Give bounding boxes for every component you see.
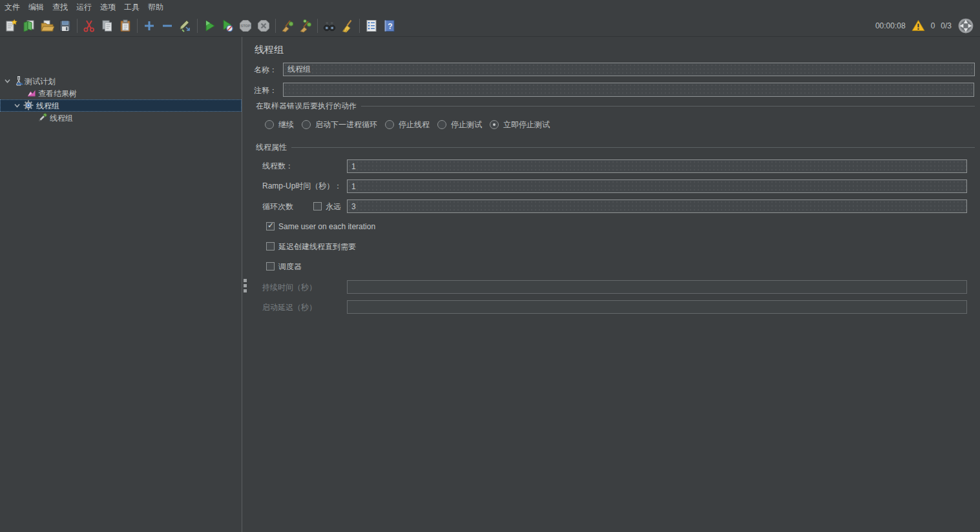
svg-text:STOP: STOP <box>240 24 250 28</box>
paste-button[interactable] <box>116 17 134 35</box>
loop-count-label: 循环次数 <box>262 202 293 212</box>
radio-selected-icon[interactable] <box>490 120 499 129</box>
shutdown-button[interactable] <box>255 17 273 35</box>
duration-input <box>347 280 967 294</box>
jmeter-window: 文件 编辑 查找 运行 选项 工具 帮助 STOP ? <box>0 0 980 532</box>
threads-label: 线程数： <box>262 161 293 171</box>
toolbar-separator <box>137 19 138 33</box>
delay-thread-creation-label: 延迟创建线程直到需要 <box>278 242 356 252</box>
radio-icon[interactable] <box>302 120 311 129</box>
test-plan-tree: 测试计划 查看结果树 线程组 线程组 <box>0 37 242 532</box>
stop-button[interactable]: STOP <box>236 17 255 35</box>
comment-input[interactable] <box>283 83 974 97</box>
toolbar: STOP ? 00:00:08 0 0/3 <box>0 15 980 37</box>
pencil-arrows-icon <box>178 19 193 33</box>
help-button[interactable]: ? <box>381 17 399 35</box>
clear-icon <box>280 19 295 33</box>
start-button[interactable] <box>200 17 218 35</box>
binoculars-icon <box>322 19 337 33</box>
same-user-checkbox[interactable] <box>266 222 275 230</box>
startup-delay-input <box>347 300 967 314</box>
menu-tools[interactable]: 工具 <box>121 0 143 15</box>
clear-button[interactable] <box>278 17 297 35</box>
warning-count: 0 <box>931 21 935 30</box>
menu-edit[interactable]: 编辑 <box>25 0 47 15</box>
menu-options[interactable]: 选项 <box>97 0 119 15</box>
loop-count-input[interactable] <box>347 200 967 213</box>
delay-thread-creation-checkbox[interactable] <box>266 242 275 251</box>
warning-icon[interactable] <box>912 19 925 32</box>
chevron-down-icon[interactable] <box>3 77 12 85</box>
status-cluster: 00:00:08 0 0/3 <box>875 17 980 34</box>
function-helper-icon <box>364 19 379 33</box>
group-border-line <box>361 106 975 107</box>
function-helper-button[interactable] <box>362 17 381 35</box>
open-file-button[interactable] <box>38 17 56 35</box>
tree-node-label: 查看结果树 <box>38 88 77 99</box>
copy-icon <box>100 19 114 33</box>
clear-search-icon <box>340 19 355 33</box>
threads-input[interactable] <box>347 159 967 173</box>
splitter-handle-icon[interactable] <box>244 279 247 292</box>
tree-node-sampler[interactable]: 线程组 <box>0 112 242 124</box>
radio-icon[interactable] <box>385 120 394 129</box>
search-button[interactable] <box>320 17 339 35</box>
tree-node-label: 线程组 <box>50 113 73 124</box>
rampup-label: Ramp-Up时间（秒）： <box>262 181 342 191</box>
templates-button[interactable] <box>20 17 38 35</box>
new-file-button[interactable] <box>2 17 20 35</box>
panel-splitter[interactable] <box>243 37 249 532</box>
start-no-timers-button[interactable] <box>218 17 236 35</box>
thread-properties-legend: 线程属性 <box>256 142 287 153</box>
clear-all-button[interactable] <box>297 17 315 35</box>
save-button[interactable] <box>56 17 74 35</box>
error-action-radios: 继续 启动下一进程循环 停止线程 停止测试 立即停止测试 <box>265 119 550 130</box>
toolbar-separator <box>275 19 276 33</box>
radio-option-continue[interactable]: 继续 <box>265 119 294 130</box>
help-icon: ? <box>382 19 397 33</box>
add-button[interactable] <box>140 17 158 35</box>
menu-run[interactable]: 运行 <box>73 0 95 15</box>
menu-help[interactable]: 帮助 <box>145 0 167 15</box>
rampup-input[interactable] <box>347 179 967 193</box>
remove-button[interactable] <box>158 17 176 35</box>
comment-label: 注释： <box>254 86 277 96</box>
radio-option-stop-test[interactable]: 停止测试 <box>437 119 482 130</box>
view-results-tree-icon <box>26 88 37 98</box>
same-user-label: Same user on each iteration <box>278 222 375 232</box>
tree-node-view-results-tree[interactable]: 查看结果树 <box>0 87 242 99</box>
radio-icon[interactable] <box>265 120 274 129</box>
stop-icon: STOP <box>238 19 253 33</box>
tree-node-thread-group[interactable]: 线程组 <box>0 99 242 112</box>
radio-option-stop-thread[interactable]: 停止线程 <box>385 119 430 130</box>
save-icon <box>58 19 72 33</box>
name-label: 名称： <box>254 65 277 75</box>
chevron-down-icon[interactable] <box>13 101 21 110</box>
startup-delay-label: 启动延迟（秒） <box>262 303 317 312</box>
forever-checkbox[interactable] <box>313 202 322 210</box>
scheduler-checkbox[interactable] <box>266 262 275 271</box>
minus-icon <box>160 19 174 33</box>
copy-button[interactable] <box>98 17 116 35</box>
error-action-group: 在取样器错误后要执行的动作 <box>256 101 975 111</box>
tree-node-label: 线程组 <box>36 101 59 112</box>
name-input[interactable] <box>283 63 975 76</box>
thread-group-icon <box>23 100 34 110</box>
clear-all-icon <box>298 19 313 33</box>
radio-option-start-next-loop[interactable]: 启动下一进程循环 <box>302 119 377 130</box>
activity-indicator-icon <box>957 17 974 34</box>
radio-option-stop-test-now[interactable]: 立即停止测试 <box>490 119 550 130</box>
menu-search[interactable]: 查找 <box>49 0 71 15</box>
radio-label: 停止线程 <box>399 119 430 130</box>
menu-file[interactable]: 文件 <box>1 0 23 15</box>
radio-icon[interactable] <box>437 120 446 129</box>
tree-node-test-plan[interactable]: 测试计划 <box>0 75 242 87</box>
clear-search-button[interactable] <box>339 17 357 35</box>
thread-count: 0/3 <box>941 21 952 30</box>
radio-label: 停止测试 <box>451 119 482 130</box>
group-border-line <box>291 147 975 148</box>
forever-label: 永远 <box>326 202 341 212</box>
sampler-icon <box>37 112 48 123</box>
cut-button[interactable] <box>80 17 98 35</box>
toggle-edit-button[interactable] <box>176 17 194 35</box>
